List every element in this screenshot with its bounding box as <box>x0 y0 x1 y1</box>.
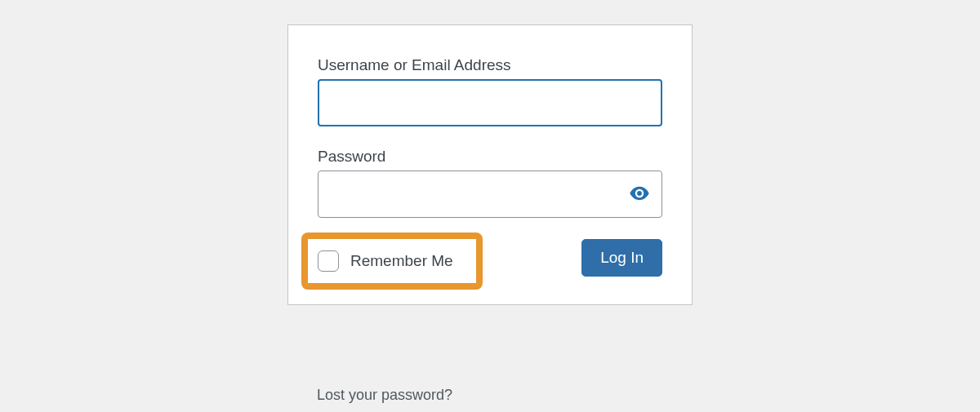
login-form: Username or Email Address Password Remem… <box>287 24 693 305</box>
login-button[interactable]: Log In <box>581 239 662 277</box>
remember-me-highlight: Remember Me <box>301 233 483 290</box>
eye-icon <box>628 182 651 207</box>
username-label: Username or Email Address <box>318 56 662 74</box>
lost-password-wrap: Lost your password? <box>317 387 452 404</box>
password-field-wrap <box>318 171 662 218</box>
password-input[interactable] <box>318 171 662 218</box>
remember-me-checkbox[interactable] <box>318 250 339 272</box>
show-password-button[interactable] <box>623 178 656 210</box>
lost-password-link[interactable]: Lost your password? <box>317 387 452 403</box>
password-label: Password <box>318 148 662 166</box>
remember-me-label[interactable]: Remember Me <box>350 252 453 270</box>
username-input[interactable] <box>318 79 662 126</box>
form-bottom-row: Remember Me Log In <box>318 233 662 283</box>
